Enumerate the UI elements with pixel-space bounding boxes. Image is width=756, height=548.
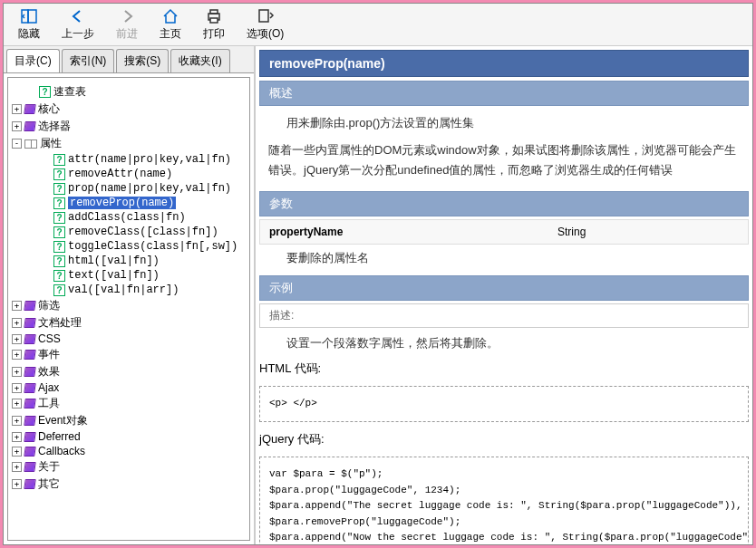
help-topic-icon: ? [53, 241, 65, 253]
expander[interactable]: - [12, 139, 22, 149]
tab[interactable]: 搜索(S) [116, 49, 169, 72]
tree-label[interactable]: 核心 [38, 101, 60, 117]
tree-item[interactable]: +选择器 [12, 118, 246, 135]
tree-item[interactable]: +事件 [12, 346, 246, 363]
help-topic-icon: ? [53, 197, 65, 209]
tree-item[interactable]: +关于 [12, 458, 246, 476]
tree-label[interactable]: removeAttr(name) [68, 168, 172, 180]
print-button[interactable]: 打印 [192, 5, 236, 43]
tab[interactable]: 索引(N) [62, 49, 115, 72]
tree-item[interactable]: +效果 [12, 363, 246, 380]
home-button[interactable]: 主页 [149, 5, 192, 43]
tree-label[interactable]: html([val|fn]) [68, 255, 160, 267]
tree-item[interactable]: ?removeAttr(name) [12, 167, 246, 181]
book-icon [24, 447, 36, 457]
tree-label[interactable]: CSS [38, 332, 61, 345]
tree-item[interactable]: +核心 [12, 101, 246, 118]
tree-label[interactable]: removeClass([class|fn]) [68, 226, 218, 238]
toolbar-label: 上一步 [62, 26, 94, 42]
tree-label[interactable]: attr(name|pro|key,val|fn) [68, 153, 231, 166]
tree-item[interactable]: +Deferred [12, 429, 246, 444]
expander[interactable]: + [12, 350, 22, 360]
book-icon [24, 399, 36, 409]
expander[interactable]: + [12, 462, 22, 472]
tree-item[interactable]: ?removeClass([class|fn]) [12, 225, 246, 239]
expander[interactable]: + [12, 447, 22, 457]
tree-item[interactable]: -属性 [12, 135, 246, 152]
tree-label[interactable]: text([val|fn]) [68, 269, 160, 282]
expander[interactable]: + [12, 301, 22, 311]
expander[interactable]: + [12, 399, 22, 409]
tree-item[interactable]: ?prop(name|pro|key,val|fn) [12, 181, 246, 196]
help-topic-icon: ? [53, 255, 65, 267]
tree-item[interactable]: +工具 [12, 395, 246, 412]
tree-item[interactable]: ?html([val|fn]) [12, 254, 246, 268]
tab[interactable]: 收藏夹(I) [170, 49, 229, 72]
tree-item[interactable]: +Callbacks [12, 444, 246, 458]
tree-label[interactable]: removeProp(name) [68, 197, 176, 209]
expander[interactable]: + [12, 432, 22, 442]
expander[interactable]: + [12, 121, 22, 131]
expander-none [41, 155, 51, 165]
expander[interactable]: + [12, 334, 22, 344]
tree-item[interactable]: ?text([val|fn]) [12, 268, 246, 283]
hide-button[interactable]: 隐藏 [7, 5, 51, 43]
tree-label[interactable]: 关于 [38, 459, 60, 475]
tree-label[interactable]: toggleClass(class|fn[,sw]) [68, 240, 237, 253]
expander[interactable]: + [12, 479, 22, 489]
expander-none [41, 213, 51, 223]
book-icon [24, 301, 36, 311]
content-pane[interactable]: removeProp(name) 概述 用来删除由.prop()方法设置的属性集… [256, 46, 752, 544]
tree-label[interactable]: Callbacks [38, 445, 85, 457]
tree-label[interactable]: 工具 [38, 396, 60, 411]
tree-label[interactable]: prop(name|pro|key,val|fn) [68, 182, 231, 195]
tab[interactable]: 目录(C) [6, 49, 60, 72]
tree-item[interactable]: ?toggleClass(class|fn[,sw]) [12, 239, 246, 254]
help-topic-icon: ? [53, 154, 65, 166]
tree-item[interactable]: +Event对象 [12, 412, 246, 429]
example-header: 示例 [259, 275, 749, 301]
tree-label[interactable]: addClass(class|fn) [68, 211, 186, 224]
expander[interactable]: + [12, 416, 22, 426]
tree-label[interactable]: val([val|fn|arr]) [68, 284, 179, 296]
back-button[interactable]: 上一步 [51, 5, 105, 43]
tree-item[interactable]: +筛选 [12, 297, 246, 314]
toc-tree[interactable]: ?速查表+核心+选择器-属性?attr(name|pro|key,val|fn)… [7, 77, 250, 541]
tree-label[interactable]: Deferred [38, 430, 81, 443]
options-button[interactable]: 选项(O) [236, 5, 295, 43]
expander[interactable]: + [12, 318, 22, 328]
tree-label[interactable]: 属性 [40, 136, 62, 151]
tree-item[interactable]: +其它 [12, 476, 246, 493]
jquery-code-label: jQuery 代码: [259, 426, 749, 453]
tree-item[interactable]: +Ajax [12, 380, 246, 395]
param-desc: 要删除的属性名 [259, 245, 749, 272]
tree-item[interactable]: ?速查表 [12, 83, 246, 101]
tree-label[interactable]: 事件 [38, 347, 60, 362]
tree-label[interactable]: Event对象 [38, 413, 88, 428]
tree-label[interactable]: 选择器 [38, 119, 71, 134]
example-desc-label: 描述: [259, 303, 749, 328]
expander-none [26, 87, 36, 97]
tree-item[interactable]: +文档处理 [12, 314, 246, 332]
svg-rect-1 [28, 10, 36, 23]
html-code-label: HTML 代码: [259, 355, 749, 382]
tree-item[interactable]: ?addClass(class|fn) [12, 210, 246, 225]
expander[interactable]: + [12, 367, 22, 377]
tree-label[interactable]: 其它 [38, 476, 60, 492]
tree-label[interactable]: Ajax [38, 381, 59, 394]
tree-label[interactable]: 效果 [38, 364, 60, 380]
tree-item[interactable]: ?removeProp(name) [12, 196, 246, 210]
tree-label[interactable]: 速查表 [53, 84, 86, 100]
expander[interactable]: + [12, 383, 22, 393]
hide-icon [20, 7, 38, 25]
tree-item[interactable]: ?val([val|fn|arr]) [12, 283, 246, 297]
expander-none [41, 169, 51, 179]
tree-item[interactable]: ?attr(name|pro|key,val|fn) [12, 152, 246, 167]
toolbar-label: 主页 [160, 26, 181, 42]
tree-item[interactable]: +CSS [12, 332, 246, 346]
tree-label[interactable]: 文档处理 [38, 315, 82, 331]
expander-none [41, 227, 51, 237]
tree-label[interactable]: 筛选 [38, 298, 60, 313]
html-code-block: <p> </p> [259, 386, 749, 422]
expander[interactable]: + [12, 104, 22, 114]
